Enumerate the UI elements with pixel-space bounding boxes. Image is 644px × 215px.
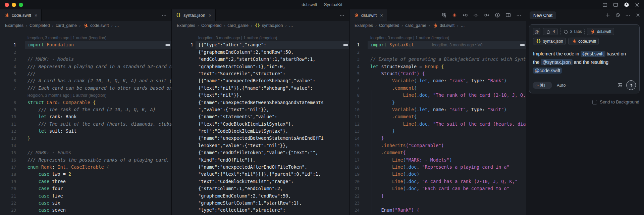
code-line-content[interactable]: case six [28, 200, 171, 207]
code-line-content[interactable]: "endColumn":2,"startColumn":1,"startRow"… [198, 56, 349, 63]
code-editor[interactable]: leogdion, 3 months ago | 1 author (leogd… [0, 30, 171, 215]
code-line-content[interactable]: {"name":"statements","value": [198, 113, 349, 120]
more-menu-icon[interactable] [339, 12, 345, 18]
send-to-background-checkbox[interactable] [592, 100, 597, 104]
attach-image-icon[interactable] [617, 82, 623, 88]
code-line-content[interactable]: } [370, 99, 526, 106]
code-line-content[interactable] [28, 142, 171, 149]
code-line-content[interactable]: Line(.doc) [370, 171, 526, 178]
tab-new-chat[interactable]: New Chat [530, 11, 556, 19]
burn-mode-pill[interactable]: ∞ ⌘I ⌄ [533, 82, 552, 89]
context-chip-code-swift[interactable]: code.swift [568, 38, 599, 45]
code-line-content[interactable]: /// Represents a playing card in a stand… [28, 63, 171, 70]
context-chip-syntax-json[interactable]: {}syntax.json [533, 38, 566, 45]
code-line-content[interactable]: case two = 2 [28, 171, 171, 178]
breadcrumb-item[interactable]: card_game [405, 23, 426, 28]
close-panel-icon[interactable] [635, 12, 641, 18]
scrollbar-marker[interactable] [343, 44, 348, 46]
code-line-content[interactable]: "ref":"CodeBlockItemListSyntax"}, [198, 128, 349, 135]
code-line-content[interactable]: } [370, 128, 526, 135]
code-line-content[interactable]: Line(.doc, "A card has a rank (2-10, J, … [370, 178, 526, 185]
breadcrumb-item[interactable]: card_game [56, 23, 77, 28]
model-selector[interactable]: Auto ⌄ [557, 83, 569, 88]
close-tab-icon[interactable]: × [209, 12, 212, 18]
code-line-content[interactable]: /// A card has a rank (2–10, J, Q, K, A)… [28, 77, 171, 84]
code-line-content[interactable]: "graphemeEndColumn":2,"endRow":50, [198, 192, 349, 200]
code-line-content[interactable]: let rank: Rank [28, 113, 171, 120]
previous-change-icon[interactable] [462, 12, 468, 18]
breadcrumb-item[interactable]: Examples [355, 23, 373, 28]
scrollbar-marker[interactable] [520, 44, 525, 46]
code-line-content[interactable]: {"text":"CodeBlockItemListSyntax"}, [198, 121, 349, 128]
mention-context-chip[interactable]: @ [533, 28, 540, 35]
extensions-cube-icon[interactable] [624, 2, 629, 8]
code-line-content[interactable]: /// Represents the possible ranks of a p… [28, 157, 171, 164]
code-line-content[interactable]: leToken","value":{"text":"nil"}}, [198, 142, 349, 149]
close-tab-icon[interactable]: × [380, 12, 383, 18]
code-line-content[interactable]: "type":"collection","structure": [198, 207, 349, 214]
code-line-content[interactable]: "kind":"endOfFile"}}, [198, 157, 349, 164]
code-line-content[interactable]: "text":"SourceFile","structure": [198, 70, 349, 77]
breadcrumb-tail[interactable]: … [115, 23, 119, 28]
code-line-content[interactable]: let suit: Suit [28, 128, 171, 135]
code-line-content[interactable]: /// Each card can be compared to other c… [28, 85, 171, 92]
code-line-content[interactable]: "text":"CodeBlockItemList","range": [198, 178, 349, 185]
more-menu-icon[interactable] [625, 12, 631, 18]
code-line-content[interactable]: /// The rank of the card (2–10, J, Q, K,… [28, 106, 171, 113]
code-line-content[interactable]: "graphemeStartColumn":1},"id":0, [198, 63, 349, 70]
code-line-content[interactable]: } [370, 192, 526, 200]
breadcrumb-item[interactable]: Completed [379, 23, 399, 28]
toggle-left-dock-icon[interactable] [602, 2, 608, 8]
code-line-content[interactable]: Variable(.let, name: "rank", type: "Rank… [370, 77, 526, 84]
code-line-content[interactable]: {"graphemeEndColumn":2,"endRow":50, [198, 49, 349, 56]
breadcrumb-tail[interactable]: … [461, 23, 465, 28]
tab-code-swift[interactable]: code.swift× [0, 9, 42, 21]
chat-message-text[interactable]: Implement the code in @dsl.swift based o… [533, 50, 636, 75]
code-line-content[interactable] [370, 200, 526, 207]
code-line-content[interactable]: [{"name":"unexpectedBeforeShebang","valu… [198, 77, 349, 84]
breadcrumb-file[interactable]: code.swift [83, 23, 109, 29]
split-pane-icon[interactable] [505, 12, 511, 18]
code-line-content[interactable]: Struct("Card") { [370, 70, 526, 77]
breadcrumb-file[interactable]: {}syntax.json [255, 23, 283, 29]
code-line-content[interactable]: Enum("Rank") { [370, 207, 526, 214]
code-line-content[interactable]: Line("MARK: - Models") [370, 157, 526, 164]
change-indicator-icon[interactable] [473, 12, 479, 18]
code-line-content[interactable]: ","value":{"text":"nil"}}, [198, 106, 349, 113]
tabs-context-chip[interactable]: 3 Tabs [560, 28, 585, 35]
code-line-content[interactable]: "graphemeStartColumn":1,"startRow":1}, [198, 200, 349, 207]
code-line-content[interactable]: Line(.doc, "The suit of the card (hearts… [370, 121, 526, 128]
breadcrumb-file[interactable]: dsl.swift [432, 23, 454, 29]
code-line-content[interactable]: } [28, 135, 171, 142]
code-line-content[interactable]: {"name":"endOfFileToken","value":{"text"… [198, 149, 349, 156]
code-line-content[interactable]: {"name":"unexpectedAfterEndOfFileToken", [198, 164, 349, 171]
code-line-content[interactable]: .comment{ [370, 85, 526, 92]
chat-message-editor[interactable]: @43 Tabsdsl.swift {}syntax.jsoncode.swif… [529, 24, 640, 93]
code-line-content[interactable]: {"text":"nil"}},{"name":"shebang","value… [198, 85, 349, 92]
run-diagnostics-icon[interactable] [494, 12, 500, 18]
code-line-content[interactable]: case seven [28, 207, 171, 214]
code-line-content[interactable]: [{"type":"other","range": [196, 41, 349, 48]
code-line-content[interactable]: import SyntaxKitleogdion, 3 months ago •… [368, 41, 526, 48]
code-line-content[interactable]: struct Card: Comparable { [28, 99, 171, 106]
breadcrumb-item[interactable]: Completed [201, 23, 221, 28]
code-editor[interactable]: leogdion, 3 months ago | 1 author (leogd… [350, 30, 526, 215]
code-line-content[interactable]: Line(.doc, "The rank of the card (2-10, … [370, 92, 526, 99]
settings-gear-icon[interactable] [634, 2, 640, 8]
breadcrumb-item[interactable]: Examples [5, 23, 23, 28]
code-line-content[interactable]: {"name":"unexpectedBetweenStatementsAndE… [198, 135, 349, 142]
code-line-content[interactable]: // MARK: - Models [28, 56, 171, 63]
code-line-content[interactable]: } [370, 135, 526, 142]
new-thread-plus-icon[interactable] [605, 12, 610, 18]
code-line-content[interactable]: .comment{ [370, 113, 526, 120]
code-line-content[interactable]: .inherits("Comparable") [370, 142, 526, 149]
code-line-content[interactable]: Line(.doc, "Each card can be compared to… [370, 185, 526, 192]
code-line-content[interactable]: // Example of generating a BlackjackCard… [370, 56, 526, 63]
breadcrumb-item[interactable]: Completed [30, 23, 50, 28]
toggle-bottom-dock-icon[interactable] [613, 2, 619, 8]
code-line-content[interactable]: enum Rank: Int, CaseIterable { [28, 164, 171, 171]
context-chip-dsl-swift[interactable]: dsl.swift [587, 28, 614, 35]
code-line-content[interactable]: /// The suit of the card (hearts, diamon… [28, 121, 171, 128]
close-tab-icon[interactable]: × [35, 12, 38, 18]
files-count-chip[interactable]: 4 [543, 28, 558, 35]
